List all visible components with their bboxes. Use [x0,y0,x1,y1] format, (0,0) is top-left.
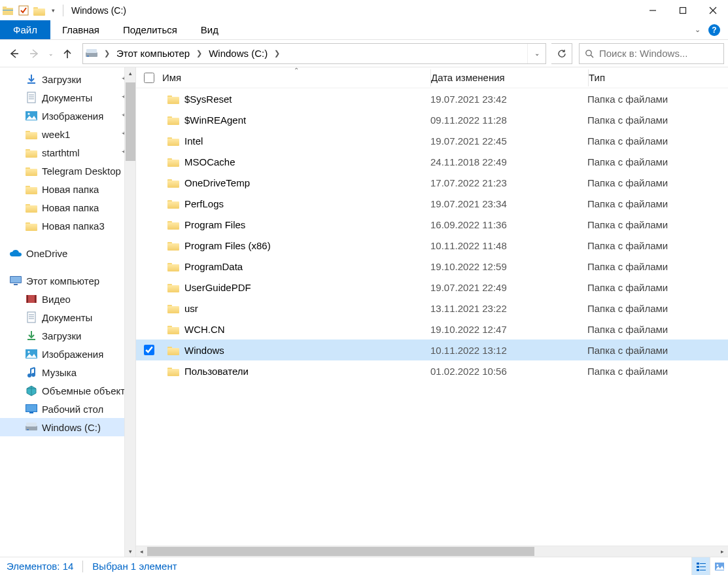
svg-point-13 [586,50,591,55]
recent-locations-icon[interactable]: ⌄ [46,50,56,57]
status-bar: Элементов: 14 Выбран 1 элемент [0,557,728,575]
column-date[interactable]: Дата изменения [431,72,588,83]
thumbnails-view-button[interactable] [710,557,728,575]
folder-icon [167,345,179,355]
sidebar-item[interactable]: Изображения [0,345,135,363]
properties-qat-icon[interactable] [16,0,31,20]
svg-rect-44 [700,563,706,564]
sidebar-item[interactable]: week1 [0,125,135,143]
tab-share[interactable]: Поделиться [111,20,189,39]
tab-home[interactable]: Главная [50,20,111,39]
sidebar-item[interactable]: starthtml [0,143,135,162]
breadcrumb-this-pc[interactable]: Этот компьютер [114,44,192,63]
file-row[interactable]: Program Files (x86)10.11.2022 11:48Папка… [136,235,728,256]
sidebar-item[interactable]: Документы [0,308,135,326]
sidebar-item[interactable]: Объемные объекты [0,381,135,400]
horizontal-scrollbar[interactable]: ◂ ▸ [136,546,728,557]
svg-rect-0 [3,8,13,15]
file-name-label: MSOCache [184,156,235,167]
file-date-cell: 24.11.2018 22:49 [430,156,587,167]
file-date-cell: 17.07.2022 21:23 [430,177,587,188]
svg-rect-46 [700,566,706,567]
file-row[interactable]: PerfLogs19.07.2021 23:34Папка с файлами [136,193,728,214]
back-button[interactable] [4,44,24,63]
pictures-icon [25,109,38,122]
sidebar-item[interactable]: Windows (C:) [0,418,135,436]
file-name-cell: Program Files [162,219,430,230]
scroll-left-icon[interactable]: ◂ [136,546,147,557]
row-checkbox[interactable] [136,345,162,355]
file-type-cell: Папка с файлами [587,366,728,377]
sidebar-item[interactable]: Рабочий стол [0,400,135,418]
sidebar-item[interactable]: Загрузки [0,70,135,88]
file-name-label: Пользователи [184,366,249,377]
scrollbar-thumb[interactable] [126,82,135,161]
address-dropdown-icon[interactable]: ⌄ [527,44,546,63]
scrollbar-thumb[interactable] [147,547,534,556]
ribbon-expand-icon[interactable]: ⌄ [695,26,701,34]
sidebar-item[interactable]: Этот компьютер [0,271,135,290]
file-row[interactable]: WCH.CN19.10.2022 12:47Папка с файлами [136,319,728,340]
file-date-cell: 13.11.2021 23:22 [430,303,587,314]
sidebar-item-label: starthtml [42,147,80,158]
sidebar-item[interactable]: Telegram Desktop [0,162,135,180]
sidebar-item[interactable]: Новая папка3 [0,217,135,235]
maximize-button[interactable] [668,0,698,20]
file-type-cell: Папка с файлами [587,261,728,272]
sidebar-item[interactable]: Новая папка [0,198,135,217]
forward-button[interactable] [25,44,44,63]
new-folder-qat-icon[interactable] [31,0,47,20]
breadcrumb-chevron-icon[interactable]: ❯ [100,49,114,58]
file-name-cell: PerfLogs [162,198,430,209]
refresh-button[interactable] [551,43,572,64]
up-button[interactable] [58,44,77,63]
minimize-button[interactable] [638,0,668,20]
file-row[interactable]: $SysReset19.07.2021 23:42Папка с файлами [136,88,728,109]
file-tab[interactable]: Файл [0,20,50,39]
sidebar-scrollbar[interactable]: ▴ ▾ [124,67,135,557]
scroll-down-icon[interactable]: ▾ [125,546,135,557]
column-type[interactable]: Тип [589,72,728,83]
file-row[interactable]: UserGuidePDF19.07.2021 22:49Папка с файл… [136,277,728,298]
sidebar-item-label: Загрузки [42,74,81,85]
help-button[interactable]: ? [708,24,720,36]
column-name[interactable]: ⌃ Имя [162,72,430,83]
sidebar-item[interactable]: Документы [0,88,135,107]
sidebar-item[interactable]: Загрузки [0,326,135,345]
file-row[interactable]: Program Files16.09.2022 11:36Папка с фай… [136,214,728,235]
sidebar-item[interactable]: OneDrive [0,244,135,262]
qat-dropdown-icon[interactable]: ▾ [47,7,59,14]
scroll-up-icon[interactable]: ▴ [125,67,135,78]
file-row[interactable]: Windows10.11.2022 13:12Папка с файлами [136,340,728,360]
file-row[interactable]: Пользователи01.02.2022 10:56Папка с файл… [136,360,728,381]
file-row[interactable]: usr13.11.2021 23:22Папка с файлами [136,298,728,319]
file-row[interactable]: MSOCache24.11.2018 22:49Папка с файлами [136,151,728,172]
file-row[interactable]: OneDriveTemp17.07.2022 21:23Папка с файл… [136,172,728,193]
select-all-checkbox[interactable] [136,73,162,83]
svg-point-35 [31,373,35,377]
svg-rect-11 [86,49,97,53]
breadcrumb-chevron-icon[interactable]: ❯ [270,49,284,58]
search-input[interactable] [599,48,723,59]
scroll-right-icon[interactable]: ▸ [717,546,728,557]
close-button[interactable] [698,0,728,20]
file-date-cell: 10.11.2022 11:48 [430,240,587,251]
breadcrumb-drive-c[interactable]: Windows (C:) [206,44,270,63]
address-bar[interactable]: ❯ Этот компьютер ❯ Windows (C:) ❯ ⌄ [82,43,546,64]
svg-rect-24 [14,284,18,285]
folder-icon [167,136,179,145]
breadcrumb-chevron-icon[interactable]: ❯ [192,49,206,58]
sidebar-item[interactable]: Видео [0,290,135,308]
svg-rect-45 [697,566,699,568]
tab-view[interactable]: Вид [189,20,230,39]
details-view-button[interactable] [691,557,710,575]
sidebar-item[interactable]: Изображения [0,107,135,125]
file-row[interactable]: $WinREAgent09.11.2022 11:28Папка с файла… [136,109,728,130]
svg-rect-27 [35,295,36,303]
folder-icon [167,115,179,124]
file-row[interactable]: Intel19.07.2021 22:45Папка с файлами [136,130,728,151]
file-row[interactable]: ProgramData19.10.2022 12:59Папка с файла… [136,256,728,277]
sidebar-item[interactable]: Музыка [0,363,135,381]
search-box[interactable] [579,43,724,64]
sidebar-item[interactable]: Новая папка [0,180,135,198]
